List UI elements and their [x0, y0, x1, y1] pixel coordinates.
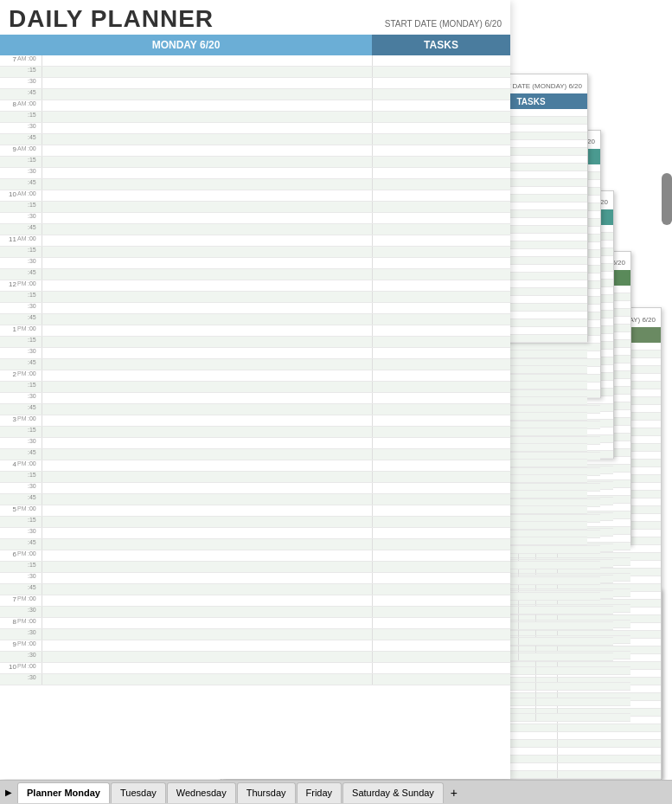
monday-time-grid: 7AM:00:15:30:458AM:00:15:30:459AM:00:15:… — [0, 55, 510, 685]
tab-planner-monday[interactable]: Planner Monday — [17, 782, 110, 803]
tab-add-button[interactable]: + — [445, 783, 464, 802]
tab-bar: ▶ Planner Monday Tuesday Wednesday Thurs… — [0, 780, 672, 804]
monday-tasks-cell: TASKS — [372, 35, 510, 55]
tab-thursday[interactable]: Thursday — [237, 782, 296, 803]
sheet-monday-main: DAILY PLANNER START DATE (MONDAY) 6/20 M… — [0, 0, 510, 779]
scrollbar[interactable] — [662, 173, 672, 225]
tab-tuesday[interactable]: Tuesday — [111, 782, 166, 803]
tab-scroll-left[interactable]: ▶ — [0, 781, 17, 805]
monday-main-title: DAILY PLANNER — [9, 5, 214, 33]
tab-friday[interactable]: Friday — [297, 782, 342, 803]
tab-saturday-sunday[interactable]: Saturday & Sunday — [342, 782, 444, 803]
main-content-area: DAILY PLANNER START DATE (MONDAY) 6/20 S… — [0, 0, 672, 780]
planner-stack: DAILY PLANNER START DATE (MONDAY) 6/20 S… — [0, 0, 672, 780]
monday-day-cell: MONDAY 6/20 — [0, 35, 372, 55]
monday-main-start: START DATE (MONDAY) 6/20 — [385, 19, 502, 29]
monday-header-bar: DAILY PLANNER START DATE (MONDAY) 6/20 — [0, 0, 510, 35]
monday-day-header: MONDAY 6/20 TASKS — [0, 35, 510, 55]
tab-wednesday[interactable]: Wednesday — [167, 782, 236, 803]
